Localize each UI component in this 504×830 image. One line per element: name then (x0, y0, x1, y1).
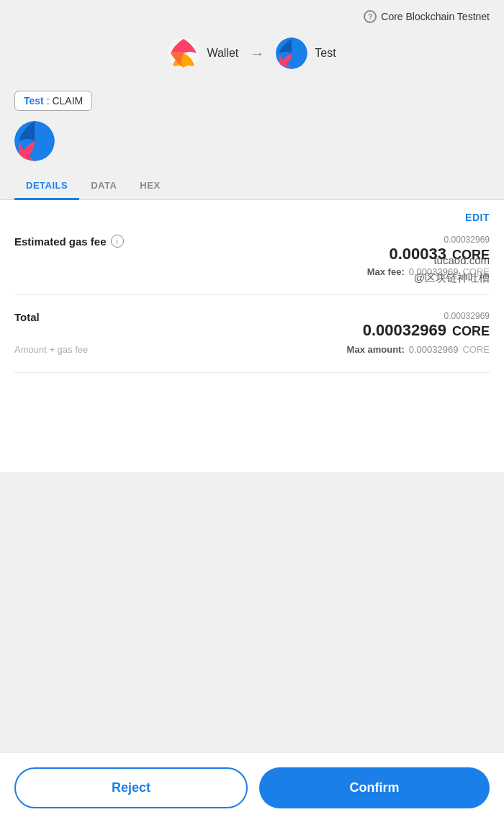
wallet-transfer-row: Wallet → Test (0, 30, 504, 84)
bottom-spacer (14, 379, 490, 458)
tab-details[interactable]: DETAILS (14, 173, 79, 200)
main-content: EDIT Estimated gas fee i 0.00032969 0.00… (0, 200, 504, 472)
tab-hex[interactable]: HEX (128, 173, 171, 200)
total-right: 0.00032969 0.00032969 CORE (363, 311, 490, 340)
total-amount: 0.00032969 (363, 321, 446, 340)
gas-fee-info-icon[interactable]: i (111, 235, 124, 248)
total-section: Total 0.00032969 0.00032969 CORE Amount … (14, 301, 490, 366)
max-fee-value: 0.00032969 (409, 266, 459, 277)
gas-fee-left: Estimated gas fee i (14, 235, 124, 248)
max-amount-value: 0.00032969 (409, 344, 459, 355)
bottom-buttons: Reject Confirm (0, 752, 504, 830)
total-currency: CORE (452, 324, 490, 339)
edit-button[interactable]: EDIT (465, 212, 490, 223)
help-icon: ? (364, 10, 377, 23)
divider-1 (14, 294, 490, 295)
from-wallet: Wallet (168, 37, 238, 69)
target-avatar (14, 121, 55, 161)
tabs-section: DETAILS DATA HEX (0, 173, 504, 200)
network-name: Core Blockchain Testnet (381, 11, 490, 22)
gas-fee-amount: 0.00033 (389, 245, 446, 263)
max-amount-group: Max amount: 0.00032969 CORE (347, 344, 490, 355)
total-top-row: Total 0.00032969 0.00032969 CORE (14, 311, 490, 340)
max-fee-currency: CORE (462, 266, 490, 277)
gas-fee-label: Estimated gas fee (14, 235, 107, 248)
reject-button[interactable]: Reject (14, 767, 248, 808)
total-bottom-row: Amount + gas fee Max amount: 0.00032969 … (14, 344, 490, 355)
target-icon-section (0, 115, 504, 173)
divider-2 (14, 372, 490, 373)
tag-separator: : (44, 95, 53, 107)
confirm-button[interactable]: Confirm (259, 767, 490, 808)
from-wallet-label: Wallet (207, 47, 238, 60)
gas-fee-top-row: Estimated gas fee i 0.00032969 0.00033 C… (14, 235, 490, 263)
gas-fee-section: Estimated gas fee i 0.00032969 0.00033 C… (14, 229, 490, 289)
total-label: Total (14, 311, 40, 323)
gas-fee-currency: CORE (452, 248, 490, 263)
tag-section: Test : CLAIM (0, 84, 504, 115)
to-wallet-label: Test (315, 47, 336, 60)
max-amount-currency: CORE (462, 344, 490, 355)
max-fee-label: Max fee: (367, 266, 405, 277)
amount-gas-label: Amount + gas fee (14, 344, 88, 355)
gas-fee-small-value: 0.00032969 (389, 235, 490, 245)
to-wallet-avatar (276, 37, 307, 69)
network-bar: ? Core Blockchain Testnet (0, 0, 504, 30)
max-fee-row: Max fee: 0.00032969 CORE (14, 266, 490, 277)
from-wallet-avatar (168, 37, 199, 69)
total-main-row: 0.00032969 CORE (363, 321, 490, 340)
total-small-value: 0.00032969 (363, 311, 490, 321)
tag-name: Test (24, 95, 44, 107)
max-amount-label: Max amount: (347, 344, 405, 355)
edit-row: EDIT (14, 200, 490, 229)
gas-fee-right: 0.00032969 0.00033 CORE (389, 235, 490, 263)
tab-data[interactable]: DATA (79, 173, 128, 200)
gas-fee-main-row: 0.00033 CORE (389, 245, 490, 263)
tag-action: CLAIM (52, 95, 83, 107)
tag-badge: Test : CLAIM (14, 91, 92, 111)
transfer-arrow: → (250, 45, 264, 62)
to-wallet: Test (276, 37, 336, 69)
